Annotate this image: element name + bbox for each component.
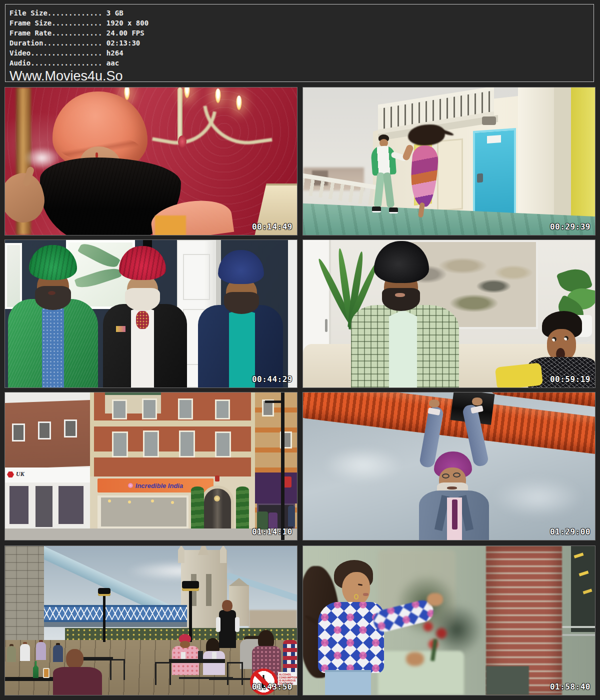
girder-underside bbox=[37, 622, 187, 627]
sneaker bbox=[372, 206, 381, 212]
door-panel bbox=[183, 254, 210, 300]
cafe-chair bbox=[227, 662, 243, 685]
man-track-jacket bbox=[370, 145, 396, 176]
pocket-square bbox=[116, 326, 126, 332]
face-profile bbox=[342, 572, 370, 605]
argyle-pattern bbox=[318, 602, 384, 673]
stone-pillar bbox=[5, 546, 44, 653]
window bbox=[64, 420, 77, 438]
glasses bbox=[442, 474, 450, 478]
restaurant-window bbox=[98, 496, 188, 528]
timestamp: 00:14:49 bbox=[252, 222, 292, 232]
door-latch bbox=[477, 174, 483, 183]
hand bbox=[472, 398, 482, 406]
teal-shirt bbox=[229, 309, 255, 388]
timestamp: 01:58:40 bbox=[550, 682, 590, 692]
timestamp: 01:29:00 bbox=[550, 527, 590, 536]
drink-glass bbox=[43, 668, 50, 678]
screenshot-collage: File Size............. 3 GB Frame Size..… bbox=[0, 0, 600, 700]
red-emblem bbox=[215, 476, 220, 482]
diner bbox=[20, 644, 30, 661]
movie-still-6: 01:29:00 bbox=[303, 392, 595, 540]
dark-beard bbox=[382, 288, 420, 311]
corner-pilaster bbox=[518, 88, 554, 235]
diner bbox=[36, 642, 46, 660]
bank-sign: UK bbox=[16, 470, 24, 478]
frame-size-line: Frame Size............ 1920 x 800 bbox=[10, 18, 594, 28]
hand bbox=[429, 400, 440, 408]
tower-window bbox=[206, 574, 212, 606]
window bbox=[215, 400, 230, 420]
waiter bbox=[219, 610, 236, 648]
cup bbox=[212, 652, 216, 659]
sneaker bbox=[389, 208, 398, 214]
yellow-wall bbox=[571, 88, 595, 235]
movie-still-2: 00:29:39 bbox=[303, 88, 595, 235]
window bbox=[38, 422, 51, 440]
flower-icon bbox=[128, 483, 133, 488]
diner-face bbox=[180, 641, 190, 648]
cup bbox=[198, 651, 203, 659]
street-lamp-head bbox=[98, 588, 110, 596]
cloud bbox=[493, 478, 583, 518]
blue-jeans bbox=[325, 670, 371, 695]
duration-line: Duration.............. 02:13:30 bbox=[10, 38, 594, 48]
glasses bbox=[453, 472, 460, 478]
blurred-hand bbox=[406, 652, 424, 666]
yellow-cushion bbox=[495, 362, 543, 388]
timestamp: 00:59:19 bbox=[550, 374, 590, 384]
video-codec-line: Video................. h264 bbox=[10, 48, 594, 58]
shop-door bbox=[34, 484, 54, 528]
lamp-arm bbox=[265, 400, 283, 403]
door-handle bbox=[325, 319, 328, 332]
movie-still-7: ALCOHOL CONSUMPTION IS INJURIOUS TO HEAL… bbox=[5, 546, 297, 695]
foreground-man-head bbox=[66, 649, 84, 669]
orange-sash bbox=[155, 216, 186, 235]
frame-rate-line: Frame Rate............ 24.00 FPS bbox=[10, 28, 594, 38]
wheelie-bin-purple bbox=[268, 512, 278, 528]
chandelier-red-bead bbox=[178, 136, 186, 148]
paisley-cravat bbox=[136, 311, 149, 329]
tie bbox=[452, 500, 458, 530]
warm-light bbox=[108, 500, 111, 502]
media-info-panel: File Size............. 3 GB Frame Size..… bbox=[5, 4, 594, 82]
wall-lantern bbox=[482, 116, 496, 125]
site-watermark: Www.Movies4u.So bbox=[10, 68, 594, 82]
candle-flame bbox=[215, 88, 221, 104]
cafe-table bbox=[169, 659, 225, 663]
window bbox=[12, 424, 25, 442]
wall-frame-left bbox=[5, 243, 22, 309]
waiter-sleeve bbox=[216, 617, 220, 632]
shaded-wall bbox=[554, 88, 571, 235]
dark-beard bbox=[224, 292, 259, 314]
timestamp: 01:14:10 bbox=[252, 527, 292, 536]
pedestrian bbox=[288, 506, 295, 526]
movie-still-5: UK Incredible India bbox=[5, 392, 297, 540]
lips bbox=[363, 593, 368, 596]
eye bbox=[564, 336, 568, 340]
tower-turret bbox=[220, 546, 226, 563]
dark-base-band bbox=[486, 666, 529, 695]
smiling-mouth bbox=[447, 486, 457, 490]
window bbox=[143, 430, 159, 458]
maroon-sweater bbox=[53, 667, 102, 695]
window bbox=[178, 398, 193, 420]
grimace-mouth bbox=[395, 293, 405, 297]
eye bbox=[552, 337, 556, 342]
mouth bbox=[48, 291, 56, 295]
hoop-earring bbox=[354, 594, 358, 600]
tower-turret bbox=[178, 546, 184, 563]
waiter-sleeve bbox=[235, 617, 240, 632]
movie-still-8: 01:58:40 bbox=[303, 546, 595, 695]
file-size-line: File Size............. 3 GB bbox=[10, 8, 594, 18]
shop-window bbox=[57, 484, 85, 526]
timestamp: 00:29:39 bbox=[550, 222, 590, 232]
movie-still-4: 00:59:19 bbox=[303, 240, 595, 388]
diner bbox=[7, 646, 16, 662]
street-lamp-pole bbox=[189, 589, 192, 642]
timestamp: 00:44:29 bbox=[252, 374, 292, 384]
checker-shirt-man bbox=[283, 640, 297, 676]
cafe-chair bbox=[155, 662, 171, 685]
window bbox=[142, 398, 157, 420]
movie-still-3: 00:44:29 bbox=[5, 240, 297, 388]
